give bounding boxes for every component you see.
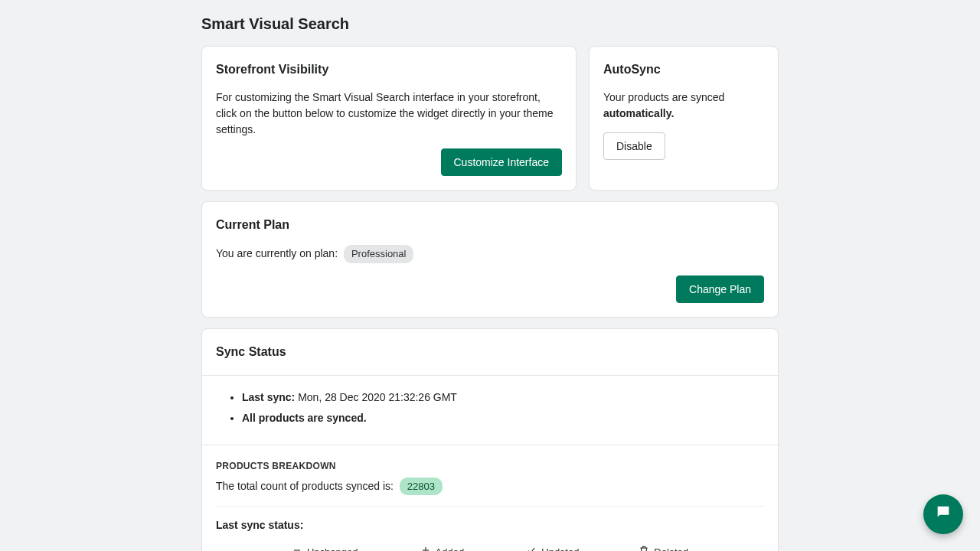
sync-status-card: Sync Status Last sync: Mon, 28 Dec 2020 …	[201, 328, 779, 552]
breakdown-unchanged: Unchanged 12278	[292, 544, 358, 551]
change-plan-button[interactable]: Change Plan	[676, 276, 764, 303]
total-count-prefix: The total count of products synced is:	[216, 480, 394, 492]
plan-prefix-text: You are currently on plan:	[216, 247, 338, 259]
breakdown-updated: Updated 0	[526, 544, 579, 551]
autosync-card-title: AutoSync	[603, 60, 764, 79]
autosync-card: AutoSync Your products are synced automa…	[589, 46, 779, 191]
storefront-card-title: Storefront Visibility	[216, 60, 562, 79]
breakdown-added: Added 10525	[417, 544, 466, 551]
current-plan-card: Current Plan You are currently on plan: …	[201, 201, 779, 318]
customize-interface-button[interactable]: Customize Interface	[441, 148, 563, 176]
storefront-card-desc: For customizing the Smart Visual Search …	[216, 90, 562, 138]
last-sync-line: Last sync: Mon, 28 Dec 2020 21:32:26 GMT	[242, 390, 764, 406]
all-synced-line: All products are synced.	[242, 410, 764, 426]
trash-icon	[639, 545, 649, 551]
plus-icon	[420, 545, 431, 551]
autosync-desc-prefix: Your products are synced	[603, 91, 724, 103]
autosync-card-desc: Your products are synced automatically.	[603, 90, 764, 122]
plan-name-badge: Professional	[344, 245, 414, 263]
updated-label: Updated	[541, 545, 579, 551]
minus-icon	[292, 545, 302, 551]
all-synced-text: All products are synced.	[242, 412, 367, 424]
chat-icon	[935, 504, 952, 525]
storefront-visibility-card: Storefront Visibility For customizing th…	[201, 46, 577, 191]
last-sync-value: Mon, 28 Dec 2020 21:32:26 GMT	[298, 391, 457, 403]
chat-fab-button[interactable]	[923, 494, 963, 534]
total-count-badge: 22803	[400, 478, 443, 496]
autosync-desc-strong: automatically.	[603, 107, 674, 119]
deleted-label: Deleted	[654, 545, 688, 551]
last-sync-label: Last sync:	[242, 391, 295, 403]
added-label: Added	[436, 545, 465, 551]
page-title: Smart Visual Search	[201, 12, 779, 35]
plan-card-title: Current Plan	[216, 216, 764, 234]
breakdown-deleted: Deleted 0	[639, 544, 688, 551]
last-sync-status-label: Last sync status:	[216, 517, 764, 533]
disable-autosync-button[interactable]: Disable	[603, 132, 665, 160]
products-breakdown-heading: PRODUCTS BREAKDOWN	[216, 459, 764, 473]
sync-card-title: Sync Status	[216, 343, 764, 361]
check-icon	[526, 545, 537, 551]
unchanged-label: Unchanged	[307, 545, 358, 551]
